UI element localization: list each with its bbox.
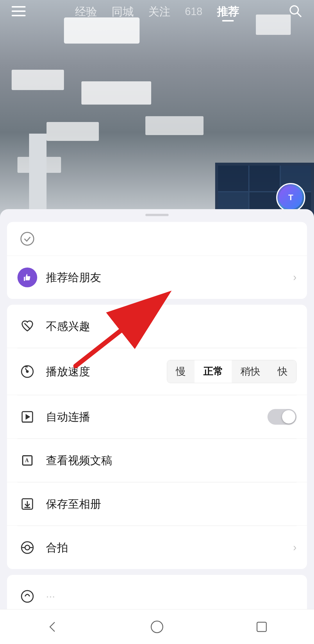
save-item[interactable]: 保存至相册 [7,482,307,526]
heart-icon [17,316,37,336]
svg-point-3 [290,6,298,14]
column [29,134,47,221]
svg-point-5 [21,232,34,245]
svg-line-6 [24,323,30,329]
top-navigation: 经验 同城 关注 618 推荐 [0,0,314,23]
svg-rect-0 [12,6,26,8]
save-label: 保存至相册 [46,497,297,512]
collab-label: 合拍 [46,540,293,555]
svg-rect-2 [12,15,26,16]
hidden-top-item [7,222,307,256]
speed-slightly-fast[interactable]: 稍快 [232,360,269,383]
recommend-label: 推荐给朋友 [46,270,293,285]
tab-618[interactable]: 618 [185,6,202,18]
bottom-navigation [0,609,314,644]
svg-rect-1 [12,10,26,12]
svg-point-8 [26,371,28,372]
recommend-card: 推荐给朋友 › [7,222,307,299]
tab-jingyan[interactable]: 经验 [75,4,97,19]
speed-icon [17,362,37,381]
recent-button[interactable] [250,615,273,638]
menu-icon[interactable] [12,4,26,19]
svg-point-22 [22,591,33,602]
download-icon [17,494,37,514]
chevron-right-icon: › [293,271,297,284]
nav-tabs: 经验 同城 关注 618 推荐 [75,4,239,19]
thumbsup-icon [17,268,37,287]
speed-normal[interactable]: 正常 [195,360,232,383]
autoplay-icon [17,407,37,427]
tab-tongcheng[interactable]: 同城 [112,4,134,19]
transcript-label: 查看视频文稿 [46,453,297,468]
playback-speed-item[interactable]: 播放速度 慢 正常 稍快 快 [7,348,307,395]
avatar[interactable]: T [276,183,305,212]
ceiling-light [81,81,151,105]
search-icon[interactable] [288,4,302,19]
ceiling-light [145,116,204,135]
toggle-knob [282,410,295,424]
not-interested-label: 不感兴趣 [46,319,297,334]
svg-point-25 [151,621,163,633]
svg-line-4 [297,13,301,17]
speed-selector: 慢 正常 稍快 快 [167,360,297,383]
svg-point-19 [25,545,30,550]
tab-tuijian[interactable]: 推荐 [217,4,239,19]
speed-fast[interactable]: 快 [269,360,296,383]
home-button[interactable] [145,615,169,638]
not-interested-item[interactable]: 不感兴趣 [7,305,307,348]
speed-slow[interactable]: 慢 [167,360,195,383]
collab-icon [17,538,37,557]
back-button[interactable] [41,615,64,638]
playback-speed-label: 播放速度 [46,364,167,379]
sheet-handle [145,214,169,216]
svg-marker-10 [26,414,30,420]
svg-rect-26 [257,622,266,632]
video-background: T [0,0,314,221]
transcript-item[interactable]: A 查看视频文稿 [7,439,307,482]
collab-item[interactable]: 合拍 › [7,526,307,569]
hidden-icon [17,229,37,249]
autoplay-item[interactable]: 自动连播 [7,395,307,439]
svg-text:A: A [25,458,29,463]
chevron-right-icon: › [293,541,297,554]
recommend-item[interactable]: 推荐给朋友 › [7,256,307,299]
partial-icon [17,586,37,606]
autoplay-toggle[interactable] [267,409,297,425]
partial-label: ··· [46,590,297,603]
tab-guanzhu[interactable]: 关注 [148,4,170,19]
autoplay-label: 自动连播 [46,410,267,424]
bottom-sheet: 推荐给朋友 › 不感兴趣 [0,209,314,644]
transcript-icon: A [17,451,37,470]
options-card: 不感兴趣 播放速度 慢 正常 稍快 快 [7,305,307,569]
ceiling-light [47,122,99,141]
ceiling-light [12,70,64,90]
